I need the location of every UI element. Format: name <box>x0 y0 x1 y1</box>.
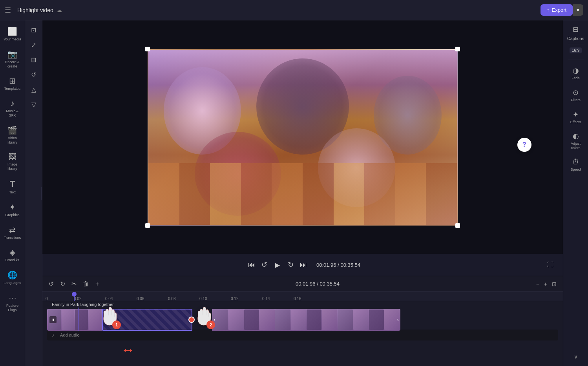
fade-icon: ◑ <box>573 66 579 75</box>
right-sidebar-filters[interactable]: ⊙ Filters <box>565 85 587 106</box>
sidebar-item-text[interactable]: T Text <box>2 176 24 198</box>
text-icon: T <box>10 179 15 189</box>
sidebar-item-brand-kit[interactable]: ◈ Brand kit <box>2 244 24 266</box>
topbar: ☰ Highlight video ☁ ↑ Export ▼ <box>0 0 588 20</box>
export-button[interactable]: ↑ Export <box>541 4 573 16</box>
cut-end-marker <box>188 317 195 323</box>
right-sidebar-speed[interactable]: ⏱ Speed <box>565 155 587 175</box>
effects-icon: ✦ <box>573 110 579 119</box>
video-frame <box>148 49 458 226</box>
adjust-colors-icon: ◐ <box>573 132 579 140</box>
speed-icon: ⏱ <box>572 158 579 166</box>
clip-segment-right[interactable]: ‹ › <box>212 309 400 331</box>
sidebar-item-feature-flags[interactable]: ⋯ Feature Flags <box>2 290 24 315</box>
record-create-icon: 📷 <box>7 49 17 59</box>
right-sidebar-divider-1 <box>568 44 584 44</box>
sidebar-item-languages[interactable]: 🌐 Languages <box>2 267 24 288</box>
tool-triangle-down[interactable]: ▽ <box>27 98 40 111</box>
sidebar-label-record-create: Record & create <box>3 60 22 69</box>
undo-button[interactable]: ↺ <box>47 279 55 289</box>
sidebar-label-your-media: Your media <box>4 37 21 42</box>
export-dropdown-button[interactable]: ▼ <box>573 4 583 16</box>
drag-arrow-indicator: ↔ <box>121 342 135 358</box>
tool-panel: ⊡ ⤢ ⊟ ↺ △ ▽ › <box>25 20 42 366</box>
zoom-in-button[interactable]: + <box>542 279 549 289</box>
timeline-time-display: 00:01.96 / 00:35.54 <box>104 281 531 287</box>
ruler-mark-4: 0:08 <box>168 297 175 301</box>
playback-controls: ⏮ ↺ ▶ ↻ ⏭ 00:01.96 / 00:35.54 ⛶ <box>42 254 563 276</box>
skip-to-end-button[interactable]: ⏭ <box>297 259 310 271</box>
templates-icon: ⊞ <box>9 76 16 86</box>
handle-top-right[interactable] <box>455 47 460 51</box>
clip-nav-right[interactable]: › <box>397 317 399 323</box>
captions-icon[interactable]: ⊟ <box>573 25 579 34</box>
menu-icon[interactable]: ☰ <box>5 6 11 15</box>
playhead-head <box>72 292 77 297</box>
tool-crop[interactable]: ⊡ <box>27 24 40 36</box>
right-sidebar-adjust-colors[interactable]: ◐ Adjust colors <box>565 129 587 153</box>
right-sidebar: ⊟ Captions 16:9 ◑ Fade ⊙ Filters ✦ Effec… <box>563 20 588 366</box>
sidebar-label-brand-kit: Brand kit <box>5 258 20 262</box>
tool-fit[interactable]: ⊟ <box>27 53 40 66</box>
video-canvas: ? <box>42 20 563 254</box>
fade-label: Fade <box>572 76 580 80</box>
sidebar-item-music-sfx[interactable]: ♪ Music & SFX <box>2 96 24 121</box>
sidebar-label-image-library: Image library <box>3 162 22 171</box>
clip-nav-left[interactable]: ‹ <box>214 317 215 323</box>
handle-top-left[interactable] <box>145 47 150 51</box>
clip-strip-container: ⏸ <box>47 309 558 331</box>
help-button[interactable]: ? <box>517 138 531 152</box>
delete-button[interactable]: 🗑 <box>81 279 91 289</box>
your-media-icon: ⬜ <box>7 27 17 36</box>
brand-kit-icon: ◈ <box>9 248 15 257</box>
ruler-mark-6: 0:12 <box>231 297 238 301</box>
ratio-badge[interactable]: 16:9 <box>570 47 582 53</box>
sidebar-item-templates[interactable]: ⊞ Templates <box>2 73 24 94</box>
sidebar-item-image-library[interactable]: 🖼 Image library <box>2 149 24 174</box>
sidebar-item-your-media[interactable]: ⬜ Your media <box>2 24 24 45</box>
fullscreen-button[interactable]: ⛶ <box>544 260 557 270</box>
sidebar-item-graphics[interactable]: ✦ Graphics <box>2 199 24 220</box>
clip-cut-region[interactable] <box>102 309 192 331</box>
redo-button[interactable]: ↻ <box>58 279 67 289</box>
ruler-mark-0: 0 <box>46 297 48 301</box>
sidebar-label-feature-flags: Feature Flags <box>3 304 22 312</box>
add-clip-button[interactable]: + <box>94 279 100 289</box>
sidebar-label-templates: Templates <box>4 87 20 91</box>
tool-rotate[interactable]: ↺ <box>27 68 40 81</box>
sidebar-item-record-create[interactable]: 📷 Record & create <box>2 46 24 72</box>
play-button[interactable]: ▶ <box>270 258 285 272</box>
ruler-mark-5: 0:10 <box>199 297 207 301</box>
right-sidebar-fade[interactable]: ◑ Fade <box>565 63 587 84</box>
fast-forward-button[interactable]: ↻ <box>285 259 297 271</box>
sidebar-item-transitions[interactable]: ⇄ Transitions <box>2 222 24 243</box>
timeline-area: ↺ ↻ ✂ 🗑 + 00:01.96 / 00:35.54 − + ⊡ 0 0:… <box>42 276 563 366</box>
zoom-out-button[interactable]: − <box>535 279 541 289</box>
add-audio-label[interactable]: Add audio <box>60 333 80 337</box>
sidebar-item-video-library[interactable]: 🎬 Video library <box>2 122 24 148</box>
rewind-button[interactable]: ↺ <box>258 259 270 271</box>
captions-label: Captions <box>567 36 584 41</box>
ruler-mark-1: 0:02 <box>74 297 81 301</box>
music-sfx-icon: ♪ <box>11 99 15 108</box>
export-label: Export <box>552 7 567 13</box>
export-up-icon: ↑ <box>547 7 550 13</box>
skip-to-start-button[interactable]: ⏮ <box>245 259 258 271</box>
handle-bottom-right[interactable] <box>455 223 460 228</box>
clip-segment-left[interactable]: ⏸ <box>47 309 102 331</box>
image-library-icon: 🖼 <box>9 152 16 161</box>
ruler-mark-2: 0:04 <box>105 297 113 301</box>
playback-row: ⏮ ↺ ▶ ↻ ⏭ 00:01.96 / 00:35.54 ⛶ <box>42 258 563 272</box>
tool-resize[interactable]: ⤢ <box>27 38 40 51</box>
right-sidebar-effects[interactable]: ✦ Effects <box>565 107 587 127</box>
zoom-fit-button[interactable]: ⊡ <box>550 279 558 289</box>
ruler-mark-3: 0:06 <box>137 297 144 301</box>
left-sidebar: ⬜ Your media 📷 Record & create ⊞ Templat… <box>0 20 25 366</box>
playhead-line <box>74 292 75 301</box>
right-sidebar-collapse[interactable]: ∨ <box>574 353 578 363</box>
cut-button[interactable]: ✂ <box>70 279 78 289</box>
undo-icon[interactable]: ☁ <box>57 7 62 13</box>
speed-label: Speed <box>570 168 581 172</box>
handle-bottom-left[interactable] <box>145 223 150 228</box>
tool-triangle-up[interactable]: △ <box>27 83 40 96</box>
